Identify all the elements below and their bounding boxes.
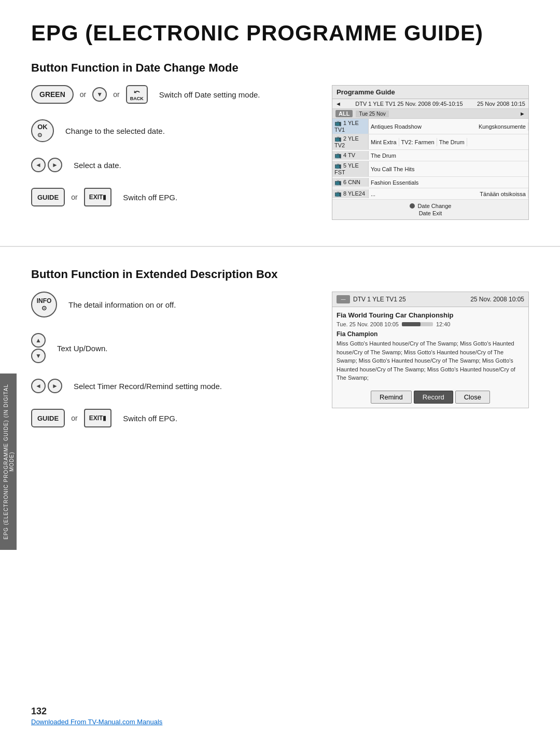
s2-row2-description: Text Up/Down. xyxy=(57,344,108,353)
desc-date: 25 Nov. 2008 10:05 xyxy=(470,296,524,303)
guide-prog-2-multi: Mint Extra TV2: Farmen The Drum xyxy=(369,138,528,146)
desc-header: — DTV 1 YLE TV1 25 25 Nov. 2008 10:05 xyxy=(332,292,528,307)
guide-date-row: ◄ DTV 1 YLE TV1 25 Nov. 2008 09:45-10:15… xyxy=(332,99,528,109)
guide-button-s2[interactable]: GUIDE xyxy=(31,409,65,427)
guide-footer-item-1: Date Change xyxy=(337,203,524,209)
exit-button[interactable]: EXIT▮ xyxy=(84,188,112,206)
or-text-s2: or xyxy=(71,414,77,422)
guide-date-label: DTV 1 YLE TV1 25 Nov. 2008 09:45-10:15 xyxy=(355,101,463,107)
s2-button-row-4: GUIDE or EXIT▮ Switch off EPG. xyxy=(31,409,311,427)
row1-description: Switch off Date setting mode. xyxy=(159,90,260,99)
back-label: BACK xyxy=(130,96,144,101)
desc-time-label: Tue. 25 Nov. 2008 10:05 xyxy=(337,321,399,327)
section1-button-list: GREEN or ▼ or ⤺ BACK Switch off Date set… xyxy=(31,85,311,206)
right-arrow-s2[interactable]: ► xyxy=(48,379,62,393)
desc-channel-label: DTV 1 YLE TV1 25 xyxy=(353,296,406,303)
s2-row4-description: Switch off EPG. xyxy=(123,414,177,423)
ok-button[interactable]: OK⊙ xyxy=(31,119,54,142)
lr-cluster-s2: ◄ ► xyxy=(31,379,62,393)
guide-tue-label: Tue 25 Nov xyxy=(356,110,388,117)
guide-ch-label-2: 📺 2 YLE TV2 xyxy=(332,134,369,149)
row2-description: Change to the selected date. xyxy=(65,127,165,135)
radio-dot-1 xyxy=(410,203,415,209)
lr-cluster: ◄ ► xyxy=(31,158,62,172)
guide-prog-4: The Drum xyxy=(369,151,528,160)
guide-prog-1b: Kungskonsumente xyxy=(477,122,528,131)
desc-time-row: Tue. 25 Nov. 2008 10:05 12:40 xyxy=(337,321,524,327)
page-footer: 132 Downloaded From TV-Manual.com Manual… xyxy=(31,706,529,726)
guide-box-header: Programme Guide xyxy=(332,86,528,99)
row3-description: Select a date. xyxy=(74,161,121,170)
guide-ch-row-1: 📺 1 YLE TV1 Antiques Roadshow Kungskonsu… xyxy=(332,119,528,134)
or-text-2: or xyxy=(113,90,119,99)
close-button[interactable]: Close xyxy=(455,391,490,404)
left-arrow-button[interactable]: ◄ xyxy=(31,158,46,172)
guide-ch-row-6: 📺 6 CNN Fashion Essentials xyxy=(332,177,528,188)
guide-prog-5: You Call The Hits xyxy=(369,165,528,173)
or-text-3: or xyxy=(71,193,77,201)
guide-footer: Date Change Date Exit xyxy=(332,200,528,219)
guide-time-slots: Tue 25 Nov ► xyxy=(356,110,525,117)
down-arrow-s2[interactable]: ▼ xyxy=(31,349,46,363)
green-button[interactable]: GREEN xyxy=(31,85,74,104)
section2-wrapper: Button Function in Extended Description … xyxy=(0,252,560,448)
section2-content: INFO ⊙ The detail information on or off.… xyxy=(0,292,560,448)
guide-ch-label-8: 📺 8 YLE24 xyxy=(332,189,369,198)
info-label: INFO xyxy=(37,297,52,305)
desc-prog-title: Fia World Touring Car Chanpionship xyxy=(337,311,524,319)
button-row-3: ◄ ► Select a date. xyxy=(31,158,311,172)
s2-row1-description: The detail information on or off. xyxy=(68,300,176,309)
remind-button[interactable]: Remind xyxy=(371,391,412,404)
s2-row3-description: Select Timer Record/Remind setting mode. xyxy=(74,382,222,391)
channel-icon: — xyxy=(337,295,350,303)
guide-date-right: 25 Nov 2008 10:15 xyxy=(477,101,525,107)
guide-arrow-right[interactable]: ► xyxy=(520,110,525,117)
footer-link[interactable]: Downloaded From TV-Manual.com Manuals xyxy=(31,718,162,726)
desc-text: Miss Gotto's Haunted house/Cry of The Sw… xyxy=(337,339,524,382)
all-button[interactable]: ALL xyxy=(335,110,353,117)
info-button[interactable]: INFO ⊙ xyxy=(31,292,57,317)
button-row-4: GUIDE or EXIT▮ Switch off EPG. xyxy=(31,188,311,206)
s2-button-row-2: ▲ ▼ Text Up/Down. xyxy=(31,333,311,363)
desc-channel: — DTV 1 YLE TV1 25 xyxy=(337,295,406,303)
desc-body: Fia World Touring Car Chanpionship Tue. … xyxy=(332,307,528,386)
guide-ch-row-2: 📺 2 YLE TV2 Mint Extra TV2: Farmen The D… xyxy=(332,134,528,150)
up-arrow-s2[interactable]: ▲ xyxy=(31,333,46,348)
exit-button-s2[interactable]: EXIT▮ xyxy=(84,409,112,427)
guide-ch-label-5: 📺 5 YLE FST xyxy=(332,161,369,176)
s2-button-row-1: INFO ⊙ The detail information on or off. xyxy=(31,292,311,317)
guide-prog-2b: TV2: Farmen xyxy=(399,138,437,146)
ok-label: OK⊙ xyxy=(37,123,48,139)
guide-prog-6: Fashion Essentials xyxy=(369,178,528,187)
record-button[interactable]: Record xyxy=(414,391,453,404)
back-icon: ⤺ xyxy=(134,88,140,96)
button-row-1: GREEN or ▼ or ⤺ BACK Switch off Date set… xyxy=(31,85,311,104)
left-arrow-s2[interactable]: ◄ xyxy=(31,379,46,393)
guide-ch-row-8: 📺 8 YLE24 ... Tänään otsikoissa xyxy=(332,188,528,200)
guide-button[interactable]: GUIDE xyxy=(31,188,65,206)
page-number: 132 xyxy=(31,706,529,717)
guide-footer-label-1: Date Change xyxy=(418,203,452,209)
desc-buttons: Remind Record Close xyxy=(332,386,528,408)
right-arrow-button[interactable]: ► xyxy=(48,158,62,172)
updown-cluster: ▲ ▼ xyxy=(31,333,46,363)
guide-ch-row-5: 📺 5 YLE FST You Call The Hits xyxy=(332,161,528,177)
section-divider xyxy=(0,246,560,247)
guide-footer-item-2: Date Exit xyxy=(337,210,524,216)
row4-description: Switch off EPG. xyxy=(123,193,177,202)
section1-content: GREEN or ▼ or ⤺ BACK Switch off Date set… xyxy=(0,85,560,241)
guide-ch-label-4: 📺 4 TV xyxy=(332,151,369,160)
down-arrow-button[interactable]: ▼ xyxy=(92,87,107,102)
section2-title: Button Function in Extended Description … xyxy=(0,262,560,292)
guide-ch-row-4: 📺 4 TV The Drum xyxy=(332,150,528,161)
back-button[interactable]: ⤺ BACK xyxy=(126,85,148,104)
desc-time-end: 12:40 xyxy=(436,321,451,327)
guide-prog-1: Antiques Roadshow xyxy=(369,122,477,131)
info-dot: ⊙ xyxy=(41,305,47,312)
side-label: EPG (ELECTRONIC PROGRAMME GUIDE) (IN DIG… xyxy=(0,374,17,550)
desc-subtitle: Fia Champion xyxy=(337,330,524,338)
or-text-1: or xyxy=(80,90,86,99)
progress-bar xyxy=(402,322,433,326)
guide-date-left: ◄ xyxy=(335,101,341,107)
page-title: EPG (ELECTRONIC PROGRAMME GUIDE) xyxy=(0,0,560,56)
